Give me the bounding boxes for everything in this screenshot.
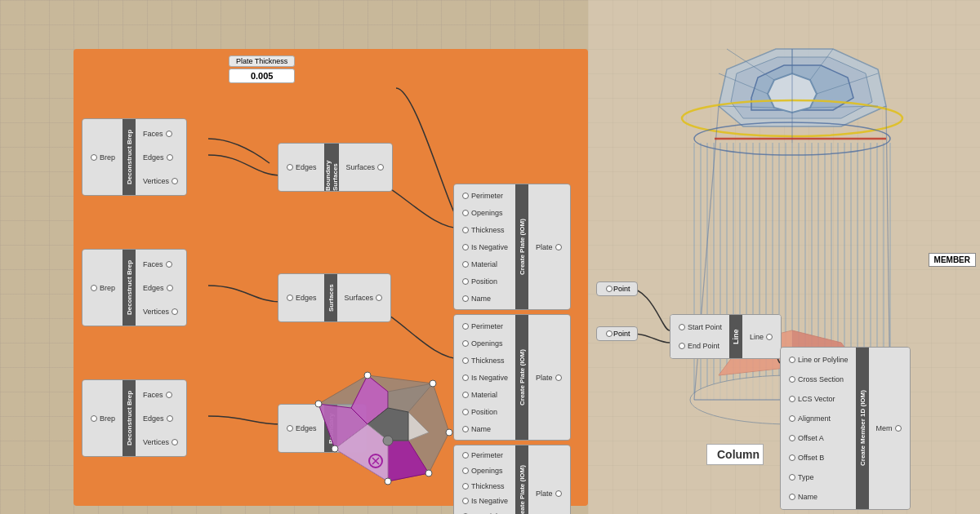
create-member-node[interactable]: Line or Polyline Cross Section LCS Vecto…: [780, 347, 911, 510]
cross-section-port[interactable]: [789, 376, 795, 383]
end-point-input: End Point: [675, 341, 725, 351]
vertices-port-out-2[interactable]: [172, 308, 178, 315]
start-point-port[interactable]: [679, 324, 685, 330]
material-input-cp1: Material: [458, 259, 511, 269]
isneg-port-cp1[interactable]: [462, 244, 469, 250]
edges-port-in-bs1[interactable]: [287, 164, 293, 171]
create-plate-title-1: Create Plate (IOM): [515, 184, 528, 309]
vertices-output-1: Vertices: [140, 176, 182, 186]
canvas-area[interactable]: Plate Thickness 0.005 Brep Deconstruct B…: [74, 49, 588, 506]
type-port[interactable]: [789, 474, 795, 481]
point-port-out-2[interactable]: [606, 330, 612, 337]
edges-input-bs1: Edges: [283, 162, 320, 172]
create-member-title: Create Member 1D (IOM): [856, 348, 869, 509]
member-label: MEMBER: [929, 253, 976, 267]
point-port-out-1[interactable]: [606, 286, 612, 292]
viewport-3d: MEMBER Column Point Point Start Point En…: [588, 0, 980, 514]
number-display: Plate Thickness 0.005: [229, 55, 295, 83]
openings-input-cp1: Openings: [458, 208, 511, 218]
surfaces-port-out-bs1[interactable]: [377, 164, 384, 171]
edges-output-2: Edges: [140, 283, 182, 293]
plate-port-out-cp2[interactable]: [555, 374, 562, 381]
vertices-port-out-3[interactable]: [172, 439, 178, 445]
perimeter-input-cp1: Perimeter: [458, 191, 511, 201]
svg-point-15: [425, 470, 432, 476]
boundary-surfaces-node-1[interactable]: Edges Boundary Surfaces Surfaces: [278, 143, 393, 192]
brep-port-in-3[interactable]: [91, 415, 97, 422]
line-title: Line: [729, 315, 742, 358]
plate-thickness-label: Plate Thickness: [229, 55, 295, 67]
lcs-vector-port[interactable]: [789, 396, 795, 402]
position-port-cp1[interactable]: [462, 278, 469, 285]
surfaces-port-out-bs2[interactable]: [376, 295, 382, 301]
svg-point-11: [315, 401, 322, 407]
point-node-1[interactable]: Point: [596, 281, 638, 296]
brep-port-in-2[interactable]: [91, 285, 97, 291]
create-plate-node-1[interactable]: Perimeter Openings Thickness Is Negative…: [453, 184, 571, 310]
end-point-port[interactable]: [679, 343, 685, 349]
edges-output-3: Edges: [140, 414, 182, 423]
perimeter-port-cp1[interactable]: [462, 193, 469, 199]
brep-input-3: Brep: [87, 414, 118, 423]
edges-port-out-2[interactable]: [167, 285, 173, 291]
cross-section-input: Cross Section: [785, 374, 852, 384]
point-node-2[interactable]: Point: [596, 326, 638, 341]
edges-output-1: Edges: [140, 153, 182, 162]
boundary-surfaces-node-2[interactable]: Edges Surfaces Surfaces: [278, 273, 391, 322]
name-input-cm: Name: [785, 492, 852, 502]
lcs-vector-input: LCS Vector: [785, 394, 852, 404]
svg-point-16: [383, 436, 393, 445]
thickness-port-cp1[interactable]: [462, 227, 469, 233]
deconstruct-brep-title-1: Deconstruct Brep: [122, 119, 136, 195]
boundary-surfaces-title-1: Boundary Surfaces: [324, 144, 339, 191]
type-input: Type: [785, 472, 852, 482]
deconstruct-brep-node-3[interactable]: Brep Deconstruct Brep Faces Edges Vertic…: [82, 379, 187, 457]
name-input-cp1: Name: [458, 294, 511, 304]
deconstruct-brep-node-2[interactable]: Brep Deconstruct Brep Faces Edges Vertic…: [82, 249, 187, 326]
surfaces-output-bs1: Surfaces: [343, 162, 389, 172]
name-port-cm[interactable]: [789, 494, 795, 500]
faces-port-out-1[interactable]: [166, 131, 172, 137]
point-label-1: Point: [613, 285, 630, 293]
alignment-input: Alignment: [785, 414, 852, 423]
surfaces-output-bs2: Surfaces: [341, 293, 387, 303]
faces-port-out-3[interactable]: [166, 392, 172, 398]
edges-port-out-1[interactable]: [167, 154, 173, 161]
deconstruct-brep-title-2: Deconstruct Brep: [122, 250, 136, 326]
column-label: Column: [706, 444, 764, 465]
mem-port-out[interactable]: [895, 425, 902, 432]
perimeter-input-cp2: Perimeter: [458, 321, 511, 331]
material-port-cp1[interactable]: [462, 261, 469, 268]
edges-port-out-3[interactable]: [167, 415, 173, 422]
plate-port-out-cp1[interactable]: [555, 244, 562, 250]
deconstruct-brep-node-1[interactable]: Brep Deconstruct Brep Faces Edges Vertic…: [82, 118, 187, 196]
line-poly-port[interactable]: [789, 357, 795, 363]
faces-port-out-2[interactable]: [166, 261, 172, 268]
brep-port-in-1[interactable]: [91, 154, 97, 161]
faces-output-2: Faces: [140, 259, 182, 269]
boundary-surfaces-title-2: Surfaces: [324, 274, 337, 321]
thickness-input-cp1: Thickness: [458, 225, 511, 235]
edges-port-in-bs2[interactable]: [287, 295, 293, 301]
offset-b-port[interactable]: [789, 454, 795, 461]
plate-port-out-cp3[interactable]: [555, 490, 562, 497]
offset-a-input: Offset A: [785, 433, 852, 443]
svg-point-12: [364, 372, 371, 379]
faces-output-1: Faces: [140, 129, 182, 139]
offset-a-port[interactable]: [789, 435, 795, 441]
edges-input-bs2: Edges: [283, 293, 320, 303]
point-label-2: Point: [613, 330, 630, 338]
vertices-port-out-1[interactable]: [172, 178, 178, 184]
alignment-port[interactable]: [789, 415, 795, 422]
polygon-geometry: [286, 343, 490, 514]
deconstruct-brep-title-3: Deconstruct Brep: [122, 380, 136, 456]
line-node[interactable]: Start Point End Point Line Line: [670, 314, 782, 359]
line-port-out[interactable]: [766, 334, 773, 340]
plate-output-cp1: Plate: [532, 242, 566, 252]
perimeter-port-cp2[interactable]: [462, 323, 469, 330]
brep-input-2: Brep: [87, 283, 118, 293]
faces-output-3: Faces: [140, 390, 182, 400]
plate-thickness-value[interactable]: 0.005: [229, 69, 295, 83]
openings-port-cp1[interactable]: [462, 210, 469, 216]
name-port-cp1[interactable]: [462, 295, 469, 302]
